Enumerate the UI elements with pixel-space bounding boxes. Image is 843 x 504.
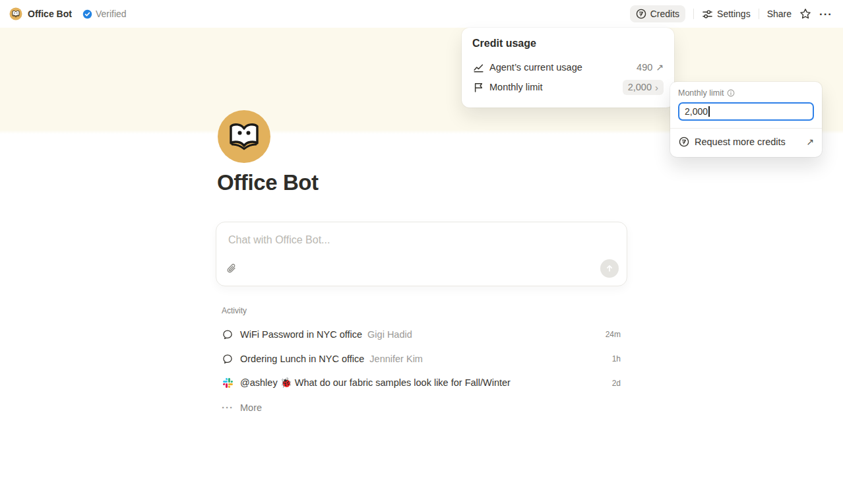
monthly-limit-input-value: 2,000 bbox=[685, 106, 708, 117]
activity-row-wifi-password[interactable]: WiFi Password in NYC office Gigi Hadid 2… bbox=[216, 322, 627, 346]
flag-icon bbox=[472, 82, 484, 93]
more-ellipsis-icon: ··· bbox=[222, 402, 233, 412]
more-options-button[interactable]: ··· bbox=[819, 9, 832, 20]
popover-divider bbox=[670, 128, 822, 129]
limit-row-label: Monthly limit bbox=[489, 82, 543, 92]
arrow-up-icon bbox=[605, 264, 614, 273]
chat-input-card[interactable]: Chat with Office Bot... bbox=[216, 222, 627, 286]
top-bar-divider bbox=[693, 9, 694, 19]
monthly-limit-label-row: Monthly limit bbox=[678, 88, 814, 98]
agent-book-avatar-large[interactable] bbox=[218, 110, 270, 163]
request-more-credits-button[interactable]: Request more credits ↗ bbox=[678, 134, 814, 150]
activity-heading: Activity bbox=[216, 306, 627, 315]
top-bar-app-title: Office Bot bbox=[28, 9, 72, 19]
star-icon bbox=[799, 8, 811, 20]
paperclip-icon bbox=[226, 263, 237, 274]
credits-button[interactable]: Credits bbox=[630, 5, 685, 22]
activity-title: Ordering Lunch in NYC office bbox=[240, 354, 364, 364]
activity-title: @ashley 🐞 What do our fabric samples loo… bbox=[240, 377, 511, 389]
credit-usage-title: Credit usage bbox=[472, 38, 664, 49]
chat-bubble-icon bbox=[222, 354, 233, 364]
activity-row-ordering-lunch[interactable]: Ordering Lunch in NYC office Jennifer Ki… bbox=[216, 346, 627, 371]
request-more-credits-label: Request more credits bbox=[695, 137, 786, 147]
activity-title: WiFi Password in NYC office bbox=[240, 329, 362, 340]
info-icon bbox=[727, 89, 735, 97]
favorite-star-button[interactable] bbox=[799, 8, 811, 20]
chevron-right-icon: › bbox=[655, 82, 658, 93]
agent-book-avatar-small bbox=[9, 7, 22, 20]
monthly-limit-value-chip[interactable]: 2,000 › bbox=[623, 80, 664, 95]
verified-label: Verified bbox=[96, 9, 127, 19]
credits-icon bbox=[636, 9, 646, 19]
line-chart-icon bbox=[472, 62, 484, 73]
slack-icon bbox=[222, 378, 233, 388]
arrow-up-right-icon: ↗ bbox=[656, 62, 664, 73]
arrow-up-right-icon: ↗ bbox=[806, 137, 814, 147]
text-caret bbox=[708, 106, 710, 117]
verified-badge-wrap: Verified bbox=[82, 9, 127, 19]
settings-button[interactable]: Settings bbox=[702, 9, 751, 20]
page-title: Office Bot bbox=[217, 170, 319, 195]
attach-file-button[interactable] bbox=[226, 263, 237, 277]
activity-time: 2d bbox=[612, 379, 621, 388]
activity-row-slack-fabric-samples[interactable]: @ashley 🐞 What do our fabric samples loo… bbox=[216, 371, 627, 395]
activity-more-label: More bbox=[240, 402, 262, 413]
credits-icon bbox=[678, 137, 690, 147]
usage-row-label: Agent’s current usage bbox=[489, 62, 582, 73]
settings-sliders-icon bbox=[702, 9, 713, 20]
chat-input-placeholder: Chat with Office Bot... bbox=[228, 234, 330, 246]
usage-value: 490 ↗ bbox=[637, 62, 664, 73]
monthly-limit-row[interactable]: Monthly limit 2,000 › bbox=[472, 77, 664, 97]
activity-author: Gigi Hadid bbox=[367, 329, 412, 340]
credits-button-label: Credits bbox=[650, 9, 679, 19]
activity-time: 1h bbox=[612, 354, 621, 363]
settings-button-label: Settings bbox=[717, 9, 751, 19]
activity-section: Activity WiFi Password in NYC office Gig… bbox=[216, 306, 627, 420]
share-button[interactable]: Share bbox=[767, 9, 792, 19]
monthly-limit-popover: Monthly limit 2,000 Request more credits… bbox=[670, 82, 822, 157]
monthly-limit-input[interactable]: 2,000 bbox=[678, 102, 814, 121]
top-bar: Office Bot Verified Credits bbox=[0, 0, 843, 28]
chat-bubble-icon bbox=[222, 329, 233, 340]
send-message-button[interactable] bbox=[600, 259, 619, 278]
activity-time: 24m bbox=[606, 330, 621, 339]
top-bar-left: Office Bot Verified bbox=[9, 7, 127, 20]
credit-usage-popover: Credit usage Agent’s current usage 490 ↗… bbox=[462, 28, 674, 108]
share-button-label: Share bbox=[767, 9, 792, 19]
activity-author: Jennifer Kim bbox=[369, 354, 423, 364]
agent-page: Office Bot Verified Credits bbox=[0, 0, 843, 504]
top-bar-divider bbox=[759, 9, 759, 19]
activity-more-button[interactable]: ··· More bbox=[216, 395, 627, 420]
verified-check-icon bbox=[82, 9, 92, 19]
top-bar-right: Credits Settings Share ··· bbox=[630, 5, 832, 22]
monthly-limit-label: Monthly limit bbox=[678, 88, 724, 98]
agent-current-usage-row[interactable]: Agent’s current usage 490 ↗ bbox=[472, 57, 664, 77]
ellipsis-icon: ··· bbox=[819, 9, 832, 20]
